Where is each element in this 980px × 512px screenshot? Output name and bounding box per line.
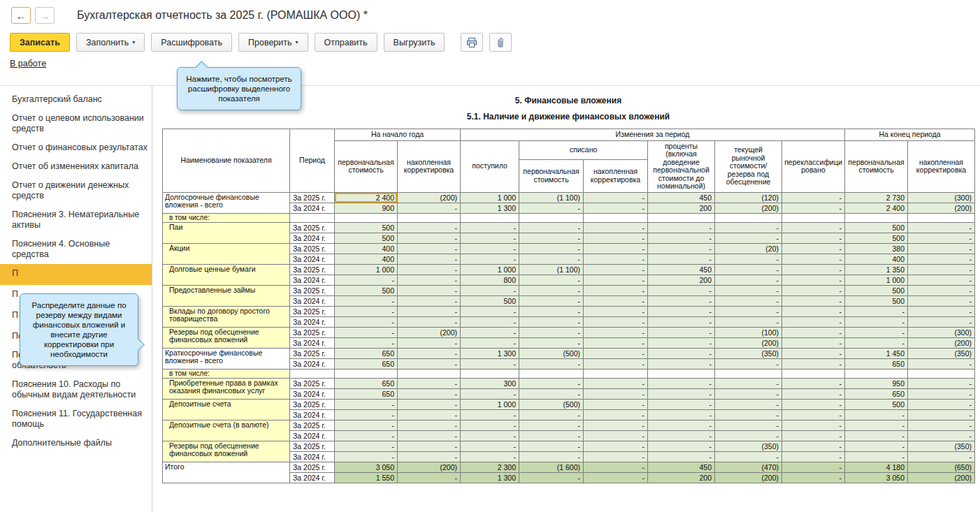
value-cell[interactable]: 380 [845,243,908,254]
value-cell[interactable]: - [782,192,845,203]
value-cell[interactable]: (200) [908,203,975,213]
value-cell[interactable]: 950 [845,378,908,388]
value-cell[interactable]: 1 000 [461,192,519,203]
value-cell[interactable]: - [584,420,648,430]
value-cell[interactable]: - [782,430,845,441]
value-cell[interactable]: - [398,275,461,285]
value-cell[interactable]: 200 [648,203,715,213]
value-cell[interactable]: (470) [715,462,782,472]
value-cell[interactable]: - [398,285,461,295]
value-cell[interactable]: 500 [845,285,908,295]
value-cell[interactable]: - [584,295,648,306]
value-cell[interactable]: (200) [908,472,975,483]
value-cell[interactable]: (200) [715,337,782,348]
value-cell[interactable]: (20) [715,243,782,254]
value-cell[interactable]: - [782,358,845,369]
value-cell[interactable]: - [461,306,519,316]
value-cell[interactable]: - [782,378,845,388]
value-cell[interactable]: 400 [335,243,398,254]
period-cell[interactable]: За 2025 г. [290,441,335,451]
value-cell[interactable]: - [782,264,845,275]
period-cell[interactable]: За 2024 г. [290,203,335,213]
value-cell[interactable]: - [715,306,782,316]
value-cell[interactable]: - [648,399,715,409]
period-cell[interactable]: За 2025 г. [290,243,335,254]
value-cell[interactable]: - [519,420,584,430]
value-cell[interactable]: (1 100) [519,192,584,203]
value-cell[interactable]: - [461,285,519,295]
value-cell[interactable]: - [398,399,461,409]
value-cell[interactable]: (120) [715,192,782,203]
value-cell[interactable]: 1 350 [845,264,908,275]
value-cell[interactable]: - [584,337,648,348]
value-cell[interactable]: - [519,243,584,254]
value-cell[interactable]: (200) [398,327,461,337]
value-cell[interactable]: - [782,472,845,483]
value-cell[interactable]: - [519,430,584,441]
value-cell[interactable]: - [584,233,648,243]
value-cell[interactable]: - [584,430,648,441]
period-cell[interactable]: За 2025 г. [290,399,335,409]
value-cell[interactable]: - [398,472,461,483]
value-cell[interactable]: - [908,451,975,462]
value-cell[interactable]: - [398,243,461,254]
value-cell[interactable]: - [335,430,398,441]
value-cell[interactable]: 2 300 [461,462,519,472]
value-cell[interactable]: - [461,451,519,462]
value-cell[interactable]: 500 [335,222,398,233]
value-cell[interactable]: (100) [715,327,782,337]
value-cell[interactable]: - [715,409,782,420]
print-button[interactable] [461,33,483,52]
value-cell[interactable]: - [461,388,519,399]
value-cell[interactable]: 3 050 [335,462,398,472]
value-cell[interactable]: - [584,358,648,369]
value-cell[interactable]: 400 [335,254,398,264]
sidebar-item[interactable]: Бухгалтерский баланс [0,90,152,109]
value-cell[interactable]: - [845,430,908,441]
period-cell[interactable]: За 2024 г. [290,233,335,243]
value-cell[interactable]: - [519,441,584,451]
value-cell[interactable]: - [782,451,845,462]
value-cell[interactable]: - [845,409,908,420]
value-cell[interactable]: - [519,233,584,243]
value-cell[interactable]: (200) [715,472,782,483]
value-cell[interactable]: - [584,451,648,462]
value-cell[interactable]: (500) [519,348,584,358]
value-cell[interactable]: - [648,378,715,388]
value-cell[interactable]: - [335,316,398,327]
back-button[interactable]: ← [11,7,31,24]
period-cell[interactable]: За 2025 г. [290,306,335,316]
attach-button[interactable] [489,33,512,52]
value-cell[interactable]: - [519,358,584,369]
period-cell[interactable]: За 2024 г. [290,451,335,462]
period-cell[interactable]: За 2025 г. [290,264,335,275]
value-cell[interactable]: - [461,233,519,243]
value-cell[interactable]: 800 [461,275,519,285]
value-cell[interactable]: (300) [908,327,975,337]
value-cell[interactable]: - [398,388,461,399]
value-cell[interactable]: (300) [908,192,975,203]
value-cell[interactable]: 450 [648,264,715,275]
value-cell[interactable]: - [648,306,715,316]
value-cell[interactable]: - [519,378,584,388]
value-cell[interactable]: - [335,337,398,348]
value-cell[interactable]: - [715,275,782,285]
value-cell[interactable]: - [648,409,715,420]
value-cell[interactable]: - [398,358,461,369]
value-cell[interactable]: - [782,462,845,472]
value-cell[interactable]: - [584,222,648,233]
value-cell[interactable]: - [715,285,782,295]
value-cell[interactable]: 650 [845,388,908,399]
value-cell[interactable]: 500 [845,295,908,306]
period-cell[interactable]: За 2025 г. [290,192,335,203]
value-cell[interactable]: - [519,306,584,316]
value-cell[interactable]: - [648,358,715,369]
value-cell[interactable]: - [519,285,584,295]
value-cell[interactable]: - [398,451,461,462]
value-cell[interactable]: - [461,254,519,264]
period-cell[interactable]: За 2025 г. [290,420,335,430]
status-link[interactable]: В работе [10,59,46,68]
value-cell[interactable]: 1 000 [845,275,908,285]
value-cell[interactable]: - [782,275,845,285]
value-cell[interactable]: 1 000 [461,399,519,409]
